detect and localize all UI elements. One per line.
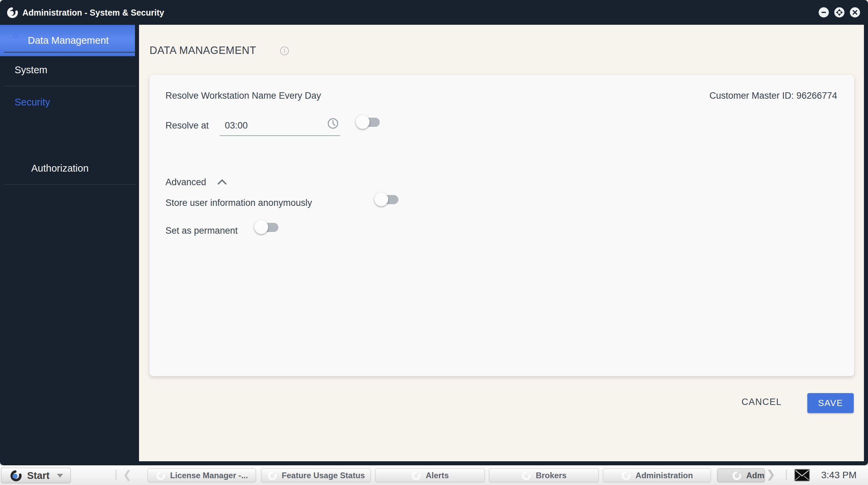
resolve-toggle[interactable] <box>356 115 380 129</box>
store-anonymously-label: Store user information anonymously <box>165 198 312 208</box>
app-logo-icon <box>6 6 19 19</box>
content-area: DATA MANAGEMENT i Resolve Workstation Na… <box>139 25 864 461</box>
taskbar-item-feature-usage-status[interactable]: Feature Usage Status <box>261 468 371 482</box>
resolve-at-label: Resolve at <box>165 120 209 131</box>
taskbar-item-label: License Manager -... <box>170 471 248 480</box>
customer-master-id: Customer Master ID: 96266774 <box>709 91 837 101</box>
app-logo-icon <box>9 469 22 482</box>
store-anonymously-toggle[interactable] <box>374 192 399 207</box>
divider <box>116 470 116 480</box>
taskbar-item-license-manager[interactable]: License Manager -... <box>147 468 256 482</box>
taskbar-item-label: Adm <box>746 471 764 480</box>
taskbar-item-alerts[interactable]: Alerts <box>375 468 485 482</box>
caret-down-icon <box>57 474 63 478</box>
app-logo-icon <box>521 470 531 481</box>
divider <box>786 470 787 480</box>
toggle-thumb <box>254 220 268 234</box>
toggle-thumb <box>356 115 370 129</box>
app-logo-icon <box>732 470 742 481</box>
window-title: Administration - System & Security <box>22 8 164 18</box>
taskbar-item-label: Administration <box>635 471 693 480</box>
app-logo-icon <box>411 470 421 481</box>
sidebar-item-authorization[interactable]: Authorization <box>31 163 88 174</box>
taskbar-item-label: Brokers <box>536 471 567 480</box>
minimize-button[interactable] <box>818 7 829 18</box>
resolve-time-value: 03:00 <box>225 120 248 131</box>
taskbar-scroll-left-icon[interactable]: ❮ <box>123 468 132 481</box>
page-title: DATA MANAGEMENT <box>150 44 256 57</box>
sidebar-item-label: Data Management <box>28 25 109 56</box>
taskbar-item-brokers[interactable]: Brokers <box>489 468 599 482</box>
app-window: Administration - System & Security <box>0 0 868 465</box>
divider <box>4 184 136 185</box>
titlebar: Administration - System & Security <box>0 0 868 25</box>
divider <box>4 86 136 86</box>
settings-card: Resolve Workstation Name Every Day Custo… <box>150 75 854 376</box>
taskbar-item-label: Feature Usage Status <box>282 471 365 480</box>
sidebar-collapse-button[interactable]: « <box>12 27 20 43</box>
chevron-up-icon[interactable] <box>217 179 227 185</box>
set-permanent-label: Set as permanent <box>165 226 238 236</box>
set-permanent-toggle[interactable] <box>254 220 279 234</box>
mail-icon[interactable] <box>794 469 810 482</box>
cancel-button[interactable]: CANCEL <box>742 397 782 407</box>
app-logo-icon <box>621 470 631 481</box>
save-button[interactable]: SAVE <box>807 393 854 413</box>
taskbar-scroll-right-icon[interactable]: ❯ <box>766 468 775 481</box>
taskbar-clock: 3:43 PM <box>821 470 856 481</box>
taskbar: Start ❮ License Manager -... Feature Usa… <box>0 465 868 485</box>
info-icon[interactable]: i <box>280 46 289 55</box>
taskbar-item-administration[interactable]: Administration <box>603 468 711 482</box>
taskbar-item-administration-active[interactable]: Adm <box>717 468 765 482</box>
resolve-time-input[interactable]: 03:00 <box>220 117 340 136</box>
toggle-thumb <box>374 192 388 206</box>
taskbar-item-label: Alerts <box>426 471 449 480</box>
start-button[interactable]: Start <box>1 468 71 483</box>
maximize-button[interactable] <box>834 7 845 18</box>
resolve-section-title: Resolve Workstation Name Every Day <box>165 91 321 101</box>
advanced-label: Advanced <box>165 177 206 188</box>
app-logo-icon <box>267 470 277 481</box>
sidebar-item-security[interactable]: Security <box>15 97 50 108</box>
sidebar-item-system[interactable]: System <box>15 64 47 76</box>
window-controls <box>818 7 860 18</box>
close-button[interactable] <box>850 7 860 18</box>
app-logo-icon <box>156 470 166 481</box>
sidebar: « System Security Data Management Author… <box>0 25 139 465</box>
screen: Administration - System & Security <box>0 0 868 485</box>
clock-icon[interactable] <box>327 118 339 129</box>
start-label: Start <box>27 470 50 481</box>
